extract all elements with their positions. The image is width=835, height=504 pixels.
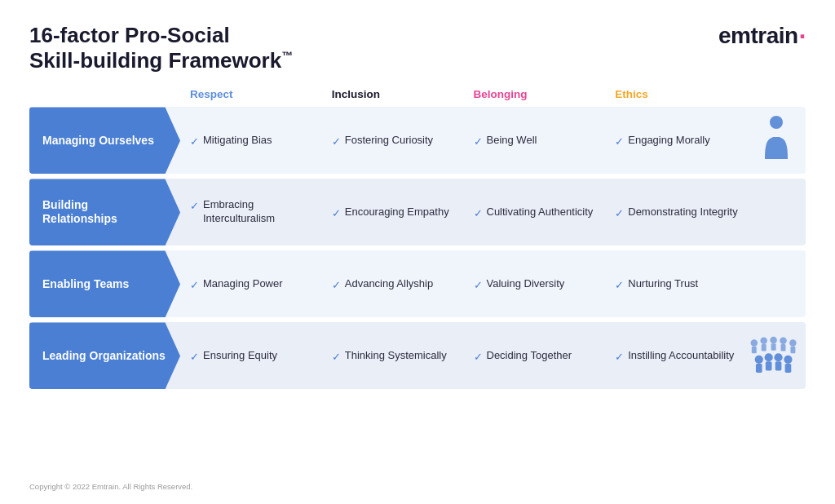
table-row: Building Relationships ✓ Embracing Inter…: [29, 179, 806, 245]
check-icon: ✓: [190, 200, 199, 212]
cell-text: Thinking Systemically: [345, 349, 447, 363]
svg-rect-19: [785, 364, 792, 373]
svg-rect-5: [762, 344, 767, 351]
svg-rect-7: [771, 344, 776, 351]
check-icon: ✓: [190, 135, 199, 148]
data-cell-respect: ✓ Embracing Interculturalism: [180, 179, 322, 245]
svg-point-10: [789, 340, 797, 347]
svg-point-4: [760, 338, 767, 345]
cell-text: Cultivating Authenticity: [487, 206, 594, 219]
check-icon: ✓: [615, 135, 624, 148]
svg-rect-1: [772, 137, 780, 150]
row-label: Managing Ourselves: [42, 134, 154, 148]
check-icon: ✓: [615, 351, 624, 363]
svg-point-6: [770, 337, 777, 344]
check-icon: ✓: [474, 207, 483, 219]
emtrain-logo: emtrain·: [718, 23, 806, 49]
svg-rect-17: [775, 362, 782, 371]
data-cell-respect: ✓ Mitigating Bias: [180, 107, 322, 174]
person-icon: [761, 114, 792, 166]
check-icon: ✓: [190, 279, 199, 291]
check-icon: ✓: [332, 207, 341, 219]
column-headers: Respect Inclusion Belonging Ethics: [29, 88, 806, 104]
cell-text: Instilling Accountability: [628, 349, 734, 363]
check-icon: ✓: [615, 207, 624, 219]
check-icon: ✓: [190, 351, 199, 363]
svg-point-8: [780, 338, 787, 345]
row-label-cell: Leading Organizations: [29, 322, 180, 389]
table-row: Leading Organizations ✓ Ensuring Equity …: [29, 322, 806, 389]
row-label: Enabling Teams: [42, 277, 129, 292]
col-header-icon: [747, 88, 806, 104]
col-header-belonging: Belonging: [464, 88, 606, 104]
svg-point-12: [755, 356, 763, 364]
row-label-cell: Building Relationships: [29, 179, 180, 245]
icon-cell-empty: [747, 179, 806, 245]
data-cell-ethics: ✓ Demonstrating Integrity: [605, 179, 747, 245]
check-icon: ✓: [474, 351, 483, 363]
table-row: Enabling Teams ✓ Managing Power ✓ Advanc…: [29, 250, 806, 317]
col-header-empty: [29, 88, 180, 104]
data-cell-belonging: ✓ Deciding Together: [464, 322, 606, 389]
data-cell-inclusion: ✓ Thinking Systemically: [322, 322, 464, 389]
data-cell-belonging: ✓ Cultivating Authenticity: [464, 179, 606, 245]
row-label-cell: Managing Ourselves: [29, 107, 180, 174]
data-cell-respect: ✓ Managing Power: [180, 250, 322, 317]
col-header-inclusion: Inclusion: [322, 88, 464, 104]
cell-text: Engaging Morally: [628, 134, 709, 148]
icon-cell: [747, 322, 806, 389]
data-cell-belonging: ✓ Being Well: [464, 107, 606, 174]
framework-table: Respect Inclusion Belonging Ethics Manag…: [29, 88, 806, 475]
data-cell-ethics: ✓ Nurturing Trust: [605, 250, 747, 317]
row-label: Building Relationships: [42, 198, 166, 227]
header-row: 16-factor Pro-Social Skill-building Fram…: [29, 23, 806, 73]
check-icon: ✓: [332, 351, 341, 363]
icon-cell: [747, 107, 806, 174]
cell-text: Mitigating Bias: [203, 134, 272, 148]
row-label-cell: Enabling Teams: [29, 250, 180, 317]
cell-text: Encouraging Empathy: [345, 206, 449, 219]
data-cell-ethics: ✓ Instilling Accountability: [605, 322, 747, 389]
svg-rect-9: [781, 344, 786, 351]
svg-rect-15: [766, 362, 772, 371]
data-cell-inclusion: ✓ Encouraging Empathy: [322, 179, 464, 245]
data-cell-inclusion: ✓ Fostering Curiosity: [322, 107, 464, 174]
group-icon: [749, 329, 804, 382]
cell-text: Embracing Interculturalism: [203, 198, 314, 226]
data-cell-inclusion: ✓ Advancing Allyship: [322, 250, 464, 317]
col-header-respect: Respect: [180, 88, 322, 104]
svg-point-2: [751, 340, 758, 347]
cell-text: Being Well: [487, 134, 537, 148]
cell-text: Demonstrating Integrity: [628, 206, 737, 219]
svg-point-0: [770, 116, 783, 129]
check-icon: ✓: [615, 279, 624, 291]
cell-text: Managing Power: [203, 277, 283, 291]
svg-rect-11: [790, 347, 795, 354]
svg-rect-13: [756, 364, 762, 373]
svg-point-16: [774, 354, 782, 362]
cell-text: Advancing Allyship: [345, 277, 433, 291]
data-cell-respect: ✓ Ensuring Equity: [180, 322, 322, 389]
svg-rect-3: [752, 347, 757, 354]
cell-text: Nurturing Trust: [628, 277, 698, 291]
col-header-ethics: Ethics: [605, 88, 747, 104]
main-title: 16-factor Pro-Social Skill-building Fram…: [29, 23, 293, 73]
svg-point-18: [784, 356, 792, 364]
check-icon: ✓: [332, 135, 341, 148]
cell-text: Fostering Curiosity: [345, 134, 433, 148]
data-cell-ethics: ✓ Engaging Morally: [605, 107, 747, 174]
main-container: 16-factor Pro-Social Skill-building Fram…: [0, 0, 835, 504]
svg-point-14: [765, 354, 773, 362]
cell-text: Ensuring Equity: [203, 349, 277, 363]
row-label: Leading Organizations: [42, 349, 166, 364]
check-icon: ✓: [332, 279, 341, 291]
cell-text: Deciding Together: [487, 349, 572, 363]
table-row: Managing Ourselves ✓ Mitigating Bias ✓ F…: [29, 107, 806, 174]
cell-text: Valuing Diversity: [487, 277, 565, 291]
data-cell-belonging: ✓ Valuing Diversity: [464, 250, 606, 317]
check-icon: ✓: [474, 135, 483, 148]
icon-cell-empty: [747, 250, 806, 317]
check-icon: ✓: [474, 279, 483, 291]
footer-copyright: Copyright © 2022 Emtrain. All Rights Res…: [29, 482, 806, 491]
